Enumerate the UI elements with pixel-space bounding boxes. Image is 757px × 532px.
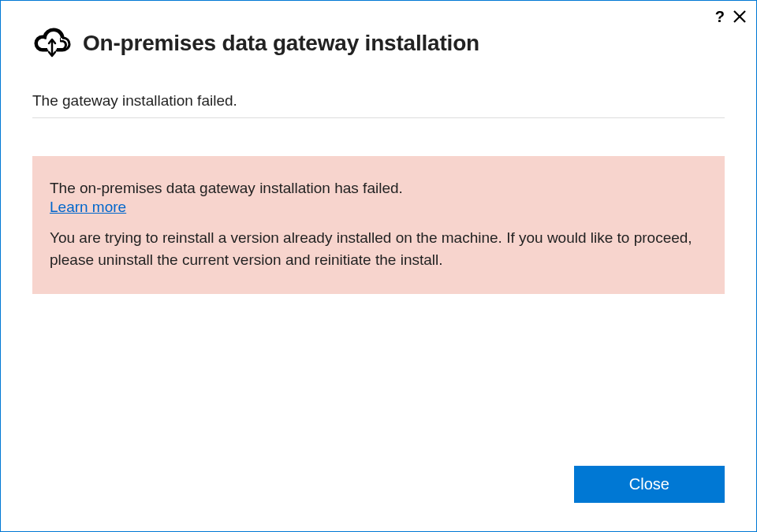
- footer: Close: [1, 466, 756, 531]
- error-detail: You are trying to reinstall a version al…: [50, 227, 707, 270]
- status-message: The gateway installation failed.: [32, 92, 725, 118]
- learn-more-link[interactable]: Learn more: [50, 199, 126, 216]
- window-close-icon[interactable]: [733, 9, 747, 24]
- error-box: The on-premises data gateway installatio…: [32, 156, 725, 294]
- titlebar-controls: ?: [715, 9, 747, 24]
- header: On-premises data gateway installation: [1, 1, 756, 69]
- error-heading: The on-premises data gateway installatio…: [50, 180, 707, 197]
- page-title: On-premises data gateway installation: [83, 31, 479, 56]
- cloud-gateway-icon: [32, 26, 72, 61]
- status-area: The gateway installation failed.: [1, 92, 756, 118]
- close-button[interactable]: Close: [574, 466, 725, 503]
- help-icon[interactable]: ?: [715, 9, 725, 24]
- installer-window: ? On-premises data gateway installation …: [0, 0, 757, 532]
